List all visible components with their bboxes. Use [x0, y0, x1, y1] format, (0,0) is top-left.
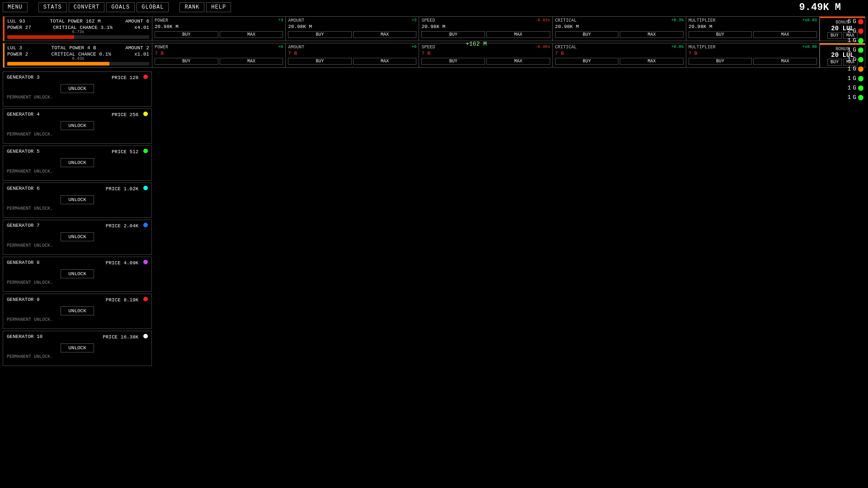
- price-dot: [143, 223, 148, 227]
- buy-button[interactable]: BUY: [689, 58, 752, 65]
- max-button[interactable]: MAX: [620, 31, 684, 38]
- stat-label: CRITICAL: [555, 18, 577, 23]
- gen-lul: LUL 3: [7, 45, 22, 51]
- currency-dot: [858, 19, 863, 24]
- bonus-buy-button[interactable]: BUY: [827, 32, 842, 39]
- currency-value: 1: [847, 66, 851, 72]
- unlock-button[interactable]: UNLOCK: [61, 232, 94, 241]
- unlock-button[interactable]: UNLOCK: [61, 343, 94, 352]
- stat-header: CRITICAL +0.3%: [555, 18, 684, 23]
- locked-gen-title-row: GENERATOR 9 PRICE 8.19K: [7, 297, 148, 303]
- locked-gen-label: GENERATOR 6: [7, 186, 40, 192]
- currency-dot: [858, 57, 863, 62]
- price-dot: [143, 334, 148, 338]
- max-button[interactable]: MAX: [486, 58, 550, 65]
- stat-label: MULTIPLIER: [689, 18, 716, 23]
- gen-lul: LUL 93: [7, 19, 25, 24]
- progress-bar-fill: [7, 35, 74, 39]
- stat-panel-critical: CRITICAL +0.0% 7 B BUY MAX: [553, 43, 686, 67]
- gen-amount: AMOUNT 6: [125, 19, 149, 24]
- right-currency-item: 1 G: [847, 75, 863, 82]
- currency-value: 1: [847, 75, 851, 82]
- stat-delta: +0.3%: [671, 18, 684, 23]
- stat-panel-amount: AMOUNT +0 7 B BUY MAX: [286, 43, 419, 67]
- buy-button[interactable]: BUY: [288, 58, 352, 65]
- stats-button[interactable]: STATS: [38, 2, 67, 12]
- stat-header: MULTIPLIER +x0.03: [689, 18, 817, 23]
- max-button[interactable]: MAX: [486, 31, 550, 38]
- currency-dot: [858, 38, 863, 43]
- locked-gen-note: PERMANENT UNLOCK.: [7, 354, 148, 359]
- max-button[interactable]: MAX: [353, 31, 417, 38]
- buy-button[interactable]: BUY: [155, 58, 218, 65]
- locked-generator-4: GENERATOR 4 PRICE 256 UNLOCK PERMANENT U…: [3, 108, 152, 144]
- buy-button[interactable]: BUY: [421, 58, 485, 65]
- menu-button[interactable]: MENU: [3, 2, 28, 12]
- stat-label: AMOUNT: [288, 45, 304, 50]
- locked-gen-price: PRICE 1.02K: [106, 186, 148, 192]
- stat-value: 7 B: [555, 51, 684, 56]
- buy-button[interactable]: BUY: [555, 31, 619, 38]
- currency-symbol: G: [853, 94, 856, 101]
- locked-gen-title-row: GENERATOR 10 PRICE 16.38K: [7, 334, 148, 340]
- max-button[interactable]: MAX: [353, 58, 417, 65]
- stat-value: 7 B: [288, 51, 416, 56]
- buy-button[interactable]: BUY: [155, 31, 218, 38]
- rank-button[interactable]: RANK: [179, 2, 204, 12]
- convert-button[interactable]: CONVERT: [69, 2, 104, 12]
- locked-generator-10: GENERATOR 10 PRICE 16.38K UNLOCK PERMANE…: [3, 331, 152, 366]
- stat-delta: -0.00s: [535, 45, 550, 50]
- stat-delta: +x0.03: [802, 18, 817, 23]
- max-button[interactable]: MAX: [753, 31, 817, 38]
- stat-buttons: BUY MAX: [421, 31, 550, 38]
- right-currency-item: 1 G: [847, 37, 863, 44]
- locked-gen-title-row: GENERATOR 7 PRICE 2.04K: [7, 223, 148, 229]
- buy-button[interactable]: BUY: [421, 31, 485, 38]
- help-button[interactable]: HELP: [206, 2, 231, 12]
- currency-symbol: G: [853, 84, 856, 91]
- stat-delta: +3: [412, 18, 417, 23]
- locked-generator-6: GENERATOR 6 PRICE 1.02K UNLOCK PERMANENT…: [3, 183, 152, 218]
- bonus-buy-button[interactable]: BUY: [827, 59, 842, 66]
- currency-value: 6: [847, 18, 851, 25]
- locked-gen-price: PRICE 8.19K: [106, 297, 148, 303]
- goals-button[interactable]: GOALS: [106, 2, 135, 12]
- locked-gen-title-row: GENERATOR 3 PRICE 128: [7, 75, 148, 80]
- currency-display: 9.49K M: [799, 0, 841, 15]
- max-button[interactable]: MAX: [620, 58, 684, 65]
- stat-panel-amount: AMOUNT +3 20.98K M BUY MAX: [286, 17, 419, 41]
- active-generator-row-2: LUL 3 TOTAL POWER 4 B AMOUNT 2 POWER 2 C…: [3, 43, 865, 68]
- buy-button[interactable]: BUY: [288, 31, 352, 38]
- stat-label: AMOUNT: [288, 18, 304, 23]
- currency-dot: [858, 76, 863, 81]
- locked-gen-unlock: UNLOCK: [7, 195, 148, 204]
- unlock-button[interactable]: UNLOCK: [61, 195, 94, 204]
- locked-gen-price: PRICE 512: [112, 149, 148, 155]
- locked-gen-note: PERMANENT UNLOCK.: [7, 206, 148, 211]
- currency-symbol: G: [853, 28, 856, 34]
- unlock-button[interactable]: UNLOCK: [61, 84, 94, 93]
- currency-value: 1: [847, 37, 851, 44]
- locked-gen-price: PRICE 16.38K: [103, 334, 148, 340]
- buy-button[interactable]: BUY: [555, 58, 619, 65]
- locked-gen-label: GENERATOR 4: [7, 112, 40, 117]
- max-button[interactable]: MAX: [220, 31, 283, 38]
- currency-value: 1: [847, 84, 851, 91]
- unlock-button[interactable]: UNLOCK: [61, 158, 94, 167]
- locked-gen-label: GENERATOR 5: [7, 149, 40, 155]
- stat-value: 20.98K M: [689, 24, 817, 29]
- buy-button[interactable]: BUY: [689, 31, 752, 38]
- unlock-button[interactable]: UNLOCK: [61, 269, 94, 278]
- max-button[interactable]: MAX: [220, 58, 283, 65]
- unlock-button[interactable]: UNLOCK: [61, 121, 94, 130]
- stat-value: 20.98K M: [421, 24, 550, 29]
- stat-buttons: BUY MAX: [288, 31, 416, 38]
- locked-gen-price: PRICE 2.04K: [106, 223, 148, 229]
- global-button[interactable]: GLOBAL: [137, 2, 169, 12]
- locked-gen-note: PERMANENT UNLOCK.: [7, 243, 148, 248]
- right-currency-item: 6 G: [847, 18, 863, 25]
- currency-symbol: G: [853, 75, 856, 82]
- stat-panel-multiplier: MULTIPLIER +x0.03 20.98K M BUY MAX: [686, 17, 820, 41]
- unlock-button[interactable]: UNLOCK: [61, 306, 94, 315]
- max-button[interactable]: MAX: [753, 58, 817, 65]
